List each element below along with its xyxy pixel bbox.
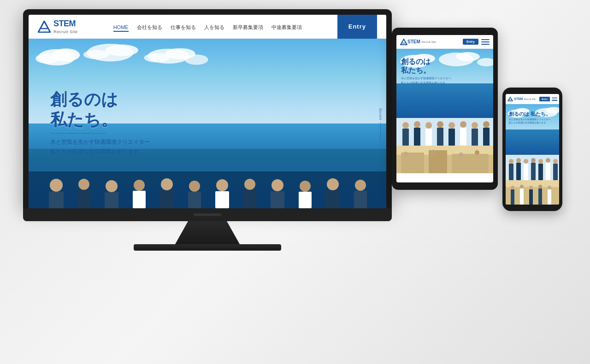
tablet-hero-text: 創るのは 私たち。 水と空気を生かす快適環境クリエイター、 私たちが快適な生活環… (401, 57, 454, 86)
svg-point-51 (437, 121, 443, 128)
nav-item-people[interactable]: 人を知る (204, 23, 224, 31)
svg-point-29 (271, 179, 283, 191)
tablet-logo-text: STEM (407, 39, 420, 44)
svg-point-77 (509, 159, 513, 164)
svg-rect-65 (452, 154, 489, 173)
monitor-device: STEM Recruit Site HOME 会社を知る 仕事を知る 人を知る … (23, 9, 392, 251)
svg-point-85 (538, 159, 543, 164)
phone-screen: STEM Recruit Site Entry (506, 94, 559, 205)
svg-point-97 (529, 186, 533, 189)
svg-point-6 (106, 45, 138, 56)
monitor-base (134, 244, 281, 251)
monitor-dot (194, 213, 221, 216)
svg-point-21 (161, 178, 173, 190)
tablet-frame: STEM Recruit Site Entry (392, 28, 498, 190)
phone-device: STEM Recruit Site Entry (502, 88, 562, 211)
svg-point-49 (425, 122, 432, 129)
desktop-logo-text: STEM (53, 19, 76, 29)
nav-item-career[interactable]: 中途募集要項 (271, 23, 302, 31)
svg-point-67 (431, 150, 436, 154)
svg-rect-56 (460, 128, 466, 146)
svg-point-66 (403, 152, 408, 156)
nav-item-work[interactable]: 仕事を知る (171, 23, 196, 31)
tablet-logo-sub: Recruit Site (422, 41, 436, 43)
svg-point-2 (38, 49, 75, 65)
svg-rect-18 (105, 192, 118, 208)
svg-rect-80 (516, 163, 521, 180)
desktop-logo: STEM Recruit Site (38, 19, 78, 34)
svg-rect-94 (511, 189, 514, 205)
svg-marker-37 (401, 39, 407, 45)
svg-rect-50 (425, 129, 432, 146)
svg-marker-0 (38, 21, 50, 32)
nav-item-home[interactable]: HOME (113, 23, 129, 31)
svg-point-83 (531, 158, 536, 163)
svg-point-35 (355, 180, 366, 191)
phone-people-section (506, 155, 559, 180)
svg-point-10 (144, 53, 170, 62)
desktop-logo-sub: Recruit Site (53, 29, 78, 34)
svg-rect-30 (271, 191, 284, 208)
phone-hero-title: 創るのは 私たち。 (509, 111, 553, 117)
phone-hamburger-button[interactable] (552, 97, 557, 101)
svg-rect-36 (354, 191, 367, 208)
svg-rect-24 (188, 192, 201, 208)
svg-rect-48 (414, 128, 420, 146)
svg-rect-84 (531, 163, 536, 180)
nav-item-new-grad[interactable]: 新卒募集要項 (233, 23, 263, 31)
svg-rect-28 (243, 190, 256, 208)
phone-entry-button[interactable]: Entry (539, 97, 550, 101)
svg-rect-54 (448, 129, 455, 146)
svg-point-9 (165, 48, 195, 59)
tablet-entry-button[interactable]: Entry (463, 39, 478, 45)
svg-point-31 (300, 181, 311, 192)
svg-point-69 (475, 150, 479, 155)
tablet-hamburger-button[interactable] (481, 39, 490, 45)
svg-point-53 (448, 122, 455, 129)
tablet-screen: STEM Recruit Site Entry (396, 35, 493, 182)
svg-point-47 (414, 121, 420, 128)
nav-item-company[interactable]: 会社を知る (137, 23, 162, 31)
phone-hero-text: 創るのは 私たち。 水と空気を生かす快適環境クリエイター、 私たちが快適な生活環… (509, 111, 553, 125)
monitor-frame: STEM Recruit Site HOME 会社を知る 仕事を知る 人を知る … (23, 9, 392, 208)
svg-point-4 (35, 53, 59, 64)
phone-frame: STEM Recruit Site Entry (502, 88, 562, 211)
svg-point-55 (460, 121, 466, 128)
desktop-entry-button[interactable]: Entry (337, 15, 377, 39)
desktop-hero: 創るのは 私たち。 水と空気を生かす快適環境クリエイター、 私たちが快適な生活環… (29, 39, 386, 208)
svg-rect-78 (509, 164, 513, 180)
svg-point-95 (520, 185, 524, 188)
svg-rect-22 (160, 190, 174, 208)
svg-point-59 (483, 121, 490, 128)
svg-rect-46 (402, 129, 409, 146)
phone-navbar: STEM Recruit Site Entry (506, 94, 559, 104)
astem-logo-icon (38, 21, 51, 33)
monitor-stand (175, 221, 240, 244)
svg-point-25 (216, 179, 228, 191)
svg-point-81 (524, 159, 528, 164)
desktop-navbar: STEM Recruit Site HOME 会社を知る 仕事を知る 人を知る … (29, 15, 386, 39)
phone-logo-text: STEM (514, 97, 523, 100)
svg-point-27 (244, 179, 255, 190)
svg-point-5 (87, 44, 133, 61)
svg-rect-100 (538, 188, 542, 205)
phone-notch (521, 88, 544, 91)
svg-point-19 (134, 180, 145, 191)
phone-logo-icon (507, 97, 513, 101)
svg-rect-90 (553, 164, 558, 180)
desktop-nav-links: HOME 会社を知る 仕事を知る 人を知る 新卒募集要項 中途募集要項 (113, 23, 302, 31)
tablet-hero-subtitle: 水と空気を生かす快適環境クリエイター、 私たちが快適な生活環境を創ります。 (401, 76, 454, 85)
svg-point-45 (402, 122, 409, 129)
svg-rect-32 (299, 192, 312, 208)
svg-rect-26 (215, 191, 229, 208)
svg-rect-34 (326, 190, 340, 208)
svg-point-68 (459, 153, 463, 157)
svg-point-8 (148, 49, 189, 64)
svg-point-23 (189, 181, 200, 192)
tablet-hero-title: 創るのは 私たち。 (401, 57, 454, 75)
phone-hero-water (506, 129, 559, 155)
svg-rect-52 (437, 128, 443, 146)
svg-point-7 (83, 50, 109, 59)
svg-point-89 (553, 159, 558, 164)
svg-rect-58 (472, 129, 478, 146)
